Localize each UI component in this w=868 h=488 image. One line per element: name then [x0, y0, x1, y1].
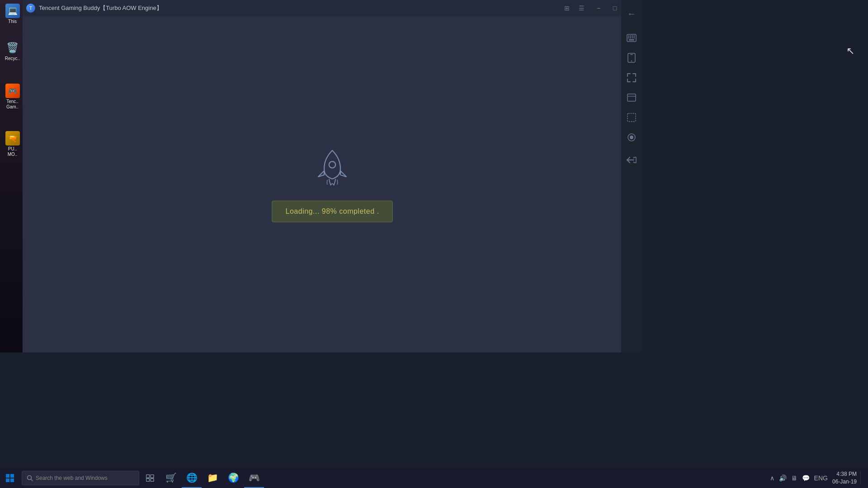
desktop-icon-tgb[interactable]: 🎮 Tenc..Gam..: [2, 84, 23, 110]
system-tray-icons: ∧ 🔊 🖥 💬 ENG: [769, 474, 829, 483]
phone-button[interactable]: [623, 50, 640, 66]
return-button[interactable]: [623, 152, 640, 168]
taskbar-explorer-icon[interactable]: 📁: [203, 468, 222, 488]
titlebar-menu-icon[interactable]: ☰: [575, 2, 588, 14]
svg-rect-3: [630, 36, 632, 37]
clock-time: 4:38 PM: [832, 470, 857, 478]
taskbar-tencent-icon[interactable]: 🎮: [244, 468, 264, 488]
svg-rect-14: [627, 94, 636, 101]
desktop-icon-tgb-label: Tenc..Gam..: [6, 99, 19, 110]
app-logo-icon: T: [26, 4, 35, 13]
rocket-icon: [312, 146, 353, 187]
svg-rect-21: [6, 479, 9, 482]
window-layout-button[interactable]: [623, 89, 640, 106]
mouse-cursor: ↖: [846, 45, 854, 57]
desktop-icon-pubg-label: PU..MO..: [8, 146, 18, 157]
svg-point-18: [630, 136, 633, 139]
maximize-button[interactable]: □: [608, 2, 622, 14]
desktop-icon-recyclebin[interactable]: 🗑️ Recyc..: [2, 41, 23, 61]
title-bar: T Tencent Gaming Buddy【Turbo AOW Engine】…: [23, 0, 642, 16]
keyboard-button[interactable]: [623, 30, 640, 46]
taskbar-edge-icon[interactable]: 🌐: [182, 468, 202, 488]
taskbar-right: ∧ 🔊 🖥 💬 ENG 4:38 PM 06-Jan-19: [769, 470, 868, 486]
desktop-icon-thispc[interactable]: 💻 This: [2, 4, 23, 24]
taskbar-store-icon[interactable]: 🛒: [161, 468, 181, 488]
app-window: T Tencent Gaming Buddy【Turbo AOW Engine】…: [23, 0, 642, 352]
desktop-icon-thispc-label: This: [8, 19, 17, 24]
right-sidebar: ←: [621, 0, 642, 352]
volume-icon[interactable]: 🔊: [778, 474, 788, 483]
loading-container: Loading... 98% completed .: [272, 146, 393, 222]
svg-rect-10: [629, 39, 634, 41]
keyboard-layout-icon[interactable]: ENG: [813, 474, 829, 483]
taskbar-apps: 🛒 🌐 📁 🌍 🎮: [161, 468, 264, 488]
svg-rect-20: [10, 474, 14, 478]
svg-rect-28: [151, 479, 154, 482]
svg-rect-7: [630, 38, 632, 39]
show-hidden-icons[interactable]: ∧: [769, 474, 775, 483]
svg-rect-19: [6, 474, 9, 478]
svg-point-0: [329, 161, 335, 168]
back-arrow-button[interactable]: ←: [623, 5, 640, 22]
svg-rect-26: [151, 475, 154, 478]
loading-status-box: Loading... 98% completed .: [272, 201, 393, 222]
svg-rect-8: [632, 38, 633, 39]
taskbar: Search the web and Windows 🛒 🌐 📁 🌍 🎮: [0, 468, 868, 488]
svg-rect-27: [146, 479, 150, 482]
desktop-icon-pubg[interactable]: 🔫 PU..MO..: [2, 131, 23, 157]
task-view-button[interactable]: [141, 468, 159, 488]
search-bar[interactable]: Search the web and Windows: [22, 471, 139, 485]
svg-rect-4: [632, 36, 633, 37]
svg-rect-13: [630, 54, 633, 55]
desktop-icon-recyclebin-label: Recyc..: [5, 56, 20, 61]
network-icon[interactable]: 🖥: [790, 474, 798, 483]
svg-rect-6: [628, 38, 630, 39]
loading-text: Loading... 98% completed .: [286, 207, 379, 215]
clock-date: 06-Jan-19: [832, 478, 857, 486]
start-button[interactable]: [0, 468, 20, 488]
capture-button[interactable]: [623, 109, 640, 126]
svg-rect-2: [628, 36, 630, 37]
search-placeholder: Search the web and Windows: [36, 475, 108, 481]
minimize-button[interactable]: −: [591, 2, 606, 14]
svg-line-24: [31, 479, 33, 481]
titlebar-grid-icon[interactable]: ⊞: [561, 2, 573, 14]
title-bar-left: T Tencent Gaming Buddy【Turbo AOW Engine】: [26, 4, 162, 13]
action-center-icon[interactable]: 💬: [801, 474, 811, 483]
svg-rect-5: [634, 36, 635, 37]
app-title: Tencent Gaming Buddy【Turbo AOW Engine】: [39, 4, 162, 12]
show-desktop-button[interactable]: [860, 471, 864, 485]
taskbar-chrome-icon[interactable]: 🌍: [223, 468, 243, 488]
svg-rect-16: [627, 113, 636, 122]
svg-rect-25: [146, 475, 150, 478]
fullscreen-button[interactable]: [623, 70, 640, 86]
svg-point-12: [631, 61, 632, 61]
titlebar-extra-icons: ⊞ ☰: [561, 2, 588, 14]
record-button[interactable]: [623, 129, 640, 145]
content-area: Loading... 98% completed .: [23, 16, 642, 352]
svg-rect-22: [10, 479, 14, 482]
system-clock[interactable]: 4:38 PM 06-Jan-19: [832, 470, 857, 486]
svg-rect-9: [634, 38, 635, 39]
